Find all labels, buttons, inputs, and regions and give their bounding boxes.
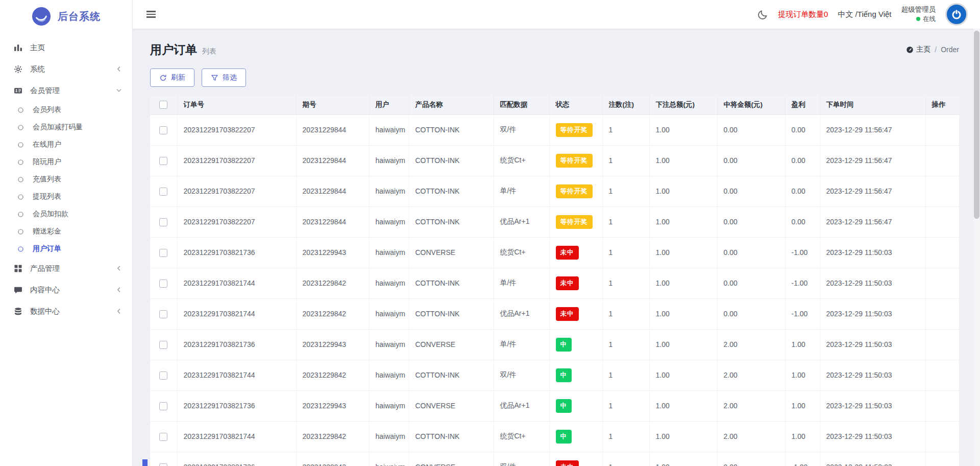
sidebar-item-member-coding[interactable]: 会员加减打码量 [0, 119, 132, 136]
column-header: 订单号 [177, 95, 296, 114]
cell-order-no: 202312291703821744 [177, 298, 296, 329]
cell-order-no: 202312291703821736 [177, 237, 296, 268]
status-badge: 中 [556, 399, 572, 413]
cell-product: COTTON-INK [409, 421, 494, 452]
row-checkbox[interactable] [159, 402, 167, 410]
menu-toggle-icon[interactable] [146, 9, 157, 19]
row-checkbox[interactable] [159, 249, 167, 257]
cell-bet-count: 1 [602, 329, 649, 360]
row-checkbox[interactable] [159, 463, 167, 466]
sidebar-item-gift-bonus[interactable]: 赠送彩金 [0, 223, 132, 240]
sidebar-item-member-mgmt[interactable]: 会员管理 [0, 80, 132, 101]
status-badge: 未中 [556, 246, 579, 260]
toolbar: 刷新 筛选 [150, 68, 959, 87]
cell-product: CONVERSE [409, 390, 494, 421]
cell-order-no: 202312291703821744 [177, 421, 296, 452]
cell-action [925, 421, 959, 452]
row-checkbox[interactable] [159, 188, 167, 196]
cell-period-no: 20231229842 [296, 268, 369, 298]
cell-status: 未中 [549, 452, 602, 466]
cell-time: 2023-12-29 11:50:03 [820, 237, 925, 268]
cell-user: haiwaiym [369, 176, 409, 206]
cell-profit: 0.00 [785, 206, 820, 237]
sidebar-item-user-orders[interactable]: 用户订单 [0, 240, 132, 258]
circle-icon [17, 176, 24, 183]
gear-icon [14, 65, 22, 74]
cell-match: 单/件 [494, 329, 549, 360]
cell-product: COTTON-INK [409, 360, 494, 390]
cell-period-no: 20231229842 [296, 360, 369, 390]
select-all-checkbox[interactable] [159, 101, 167, 109]
cell-time: 2023-12-29 11:56:47 [820, 206, 925, 237]
cell-profit: 0.00 [785, 145, 820, 176]
sidebar-item-label: 产品管理 [30, 264, 116, 273]
cell-order-no: 202312291703822207 [177, 176, 296, 206]
cell-action [925, 329, 959, 360]
column-header: 期号 [296, 95, 369, 114]
row-checkbox[interactable] [159, 126, 167, 134]
sidebar-item-product-mgmt[interactable]: 产品管理 [0, 258, 132, 279]
cell-time: 2023-12-29 11:56:47 [820, 145, 925, 176]
id-card-icon [14, 86, 22, 95]
cell-win-amount: 0.00 [717, 114, 785, 145]
cell-bet-count: 1 [602, 176, 649, 206]
sidebar-item-content-center[interactable]: 内容中心 [0, 279, 132, 300]
sidebar-item-home[interactable]: 主页 [0, 37, 132, 58]
cell-action [925, 176, 959, 206]
vertical-scrollbar[interactable] [973, 29, 980, 466]
breadcrumb-separator: / [935, 45, 937, 54]
cell-order-no: 202312291703821736 [177, 329, 296, 360]
column-header: 注数(注) [602, 95, 649, 114]
row-checkbox[interactable] [159, 279, 167, 288]
column-header: 下注总额(元) [649, 95, 717, 114]
cell-match: 单/件 [494, 268, 549, 298]
app-logo[interactable]: 后台系统 [0, 0, 132, 33]
sidebar-item-label: 主页 [30, 43, 122, 53]
refresh-button[interactable]: 刷新 [150, 68, 194, 87]
cell-product: COTTON-INK [409, 145, 494, 176]
cell-profit: -1.00 [785, 237, 820, 268]
scrollbar-thumb[interactable] [974, 31, 979, 219]
admin-name: 超级管理员 [901, 5, 936, 14]
sidebar-item-system[interactable]: 系统 [0, 58, 132, 80]
sidebar-item-withdraw-list[interactable]: 提现列表 [0, 188, 132, 205]
row-checkbox[interactable] [159, 157, 167, 165]
language-switch[interactable]: 中文 /Tiếng Việt [838, 10, 891, 19]
sidebar-item-companion-users[interactable]: 陪玩用户 [0, 153, 132, 171]
sidebar-item-label: 内容中心 [30, 285, 116, 295]
sidebar-item-online-users[interactable]: 在线用户 [0, 136, 132, 153]
breadcrumb-home[interactable]: 主页 [906, 45, 930, 54]
sidebar-item-data-center[interactable]: 数据中心 [0, 300, 132, 322]
cell-status: 等待开奖 [549, 206, 602, 237]
cell-product: COTTON-INK [409, 268, 494, 298]
row-checkbox[interactable] [159, 341, 167, 349]
sidebar-menu: 主页系统会员管理会员列表会员加减打码量在线用户陪玩用户充值列表提现列表会员加扣款… [0, 37, 132, 322]
cell-profit: -1.00 [785, 452, 820, 466]
cell-user: haiwaiym [369, 452, 409, 466]
sidebar-item-recharge-list[interactable]: 充值列表 [0, 171, 132, 188]
cell-bet-total: 1.00 [649, 114, 717, 145]
cell-period-no: 20231229842 [296, 421, 369, 452]
row-checkbox[interactable] [159, 371, 167, 380]
status-badge: 中 [556, 430, 572, 444]
cell-user: haiwaiym [369, 114, 409, 145]
row-checkbox[interactable] [159, 310, 167, 318]
withdraw-order-count[interactable]: 提现订单数量0 [778, 10, 828, 19]
cell-bet-total: 1.00 [649, 237, 717, 268]
cell-time: 2023-12-29 11:50:03 [820, 298, 925, 329]
table-row: 20231229170382173620231229943haiwaiymCON… [150, 390, 959, 421]
filter-button[interactable]: 筛选 [202, 68, 246, 87]
table-row: 20231229170382173620231229943haiwaiymCON… [150, 452, 959, 466]
app-title: 后台系统 [58, 10, 101, 24]
cell-status: 中 [549, 360, 602, 390]
row-checkbox[interactable] [159, 218, 167, 226]
dark-mode-moon-icon[interactable] [757, 9, 768, 20]
row-checkbox[interactable] [159, 433, 167, 441]
logout-power-button[interactable] [945, 3, 968, 26]
sidebar-item-member-adjust[interactable]: 会员加扣款 [0, 205, 132, 223]
cell-profit: 1.00 [785, 329, 820, 360]
cell-action [925, 268, 959, 298]
sidebar-item-member-list[interactable]: 会员列表 [0, 101, 132, 119]
orders-table: 订单号期号用户产品名称匹配数据状态注数(注)下注总额(元)中将金额(元)盈利下单… [150, 95, 959, 466]
cell-user: haiwaiym [369, 329, 409, 360]
